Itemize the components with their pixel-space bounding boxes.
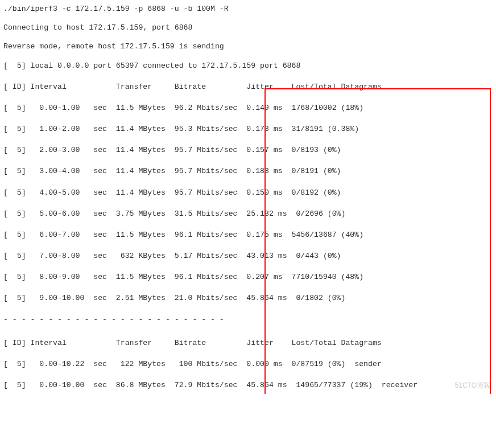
data-row: [ 5] 4.00-5.00 sec 11.4 MBytes 95.7 Mbit…	[3, 188, 493, 197]
watermark-text: 51CTO博客	[455, 381, 490, 391]
divider-line: - - - - - - - - - - - - - - - - - - - - …	[3, 315, 493, 324]
data-row: [ 5] 5.00-6.00 sec 3.75 MBytes 31.5 Mbit…	[3, 209, 493, 218]
data-row: [ 5] 2.00-3.00 sec 11.4 MBytes 95.7 Mbit…	[3, 146, 493, 154]
data-row: [ 5] 7.00-8.00 sec 632 KBytes 5.17 Mbits…	[3, 252, 493, 260]
connecting-line: Connecting to host 172.17.5.159, port 68…	[3, 23, 493, 32]
summary-row: [ 5] 0.00-10.00 sec 86.8 MBytes 72.9 Mbi…	[3, 381, 493, 389]
column-header-2: [ ID] Interval Transfer Bitrate Jitter L…	[3, 339, 493, 347]
data-row: [ 5] 6.00-7.00 sec 11.5 MBytes 96.1 Mbit…	[3, 231, 493, 239]
data-row: [ 5] 0.00-1.00 sec 11.5 MBytes 96.2 Mbit…	[3, 104, 493, 112]
data-row: [ 5] 8.00-9.00 sec 11.5 MBytes 96.1 Mbit…	[3, 273, 493, 281]
summary-row: [ 5] 0.00-10.22 sec 122 MBytes 100 Mbits…	[3, 360, 493, 368]
data-row: [ 5] 3.00-4.00 sec 11.4 MBytes 95.7 Mbit…	[3, 167, 493, 175]
data-row: [ 5] 1.00-2.00 sec 11.4 MBytes 95.3 Mbit…	[3, 125, 493, 133]
local-connected-line: [ 5] local 0.0.0.0 port 65397 connected …	[3, 61, 493, 70]
data-row: [ 5] 9.00-10.00 sec 2.51 MBytes 21.0 Mbi…	[3, 294, 493, 302]
command-line: ./bin/iperf3 -c 172.17.5.159 -p 6868 -u …	[3, 5, 493, 13]
reverse-mode-line: Reverse mode, remote host 172.17.5.159 i…	[3, 42, 493, 51]
column-header-1: [ ID] Interval Transfer Bitrate Jitter L…	[3, 83, 493, 91]
